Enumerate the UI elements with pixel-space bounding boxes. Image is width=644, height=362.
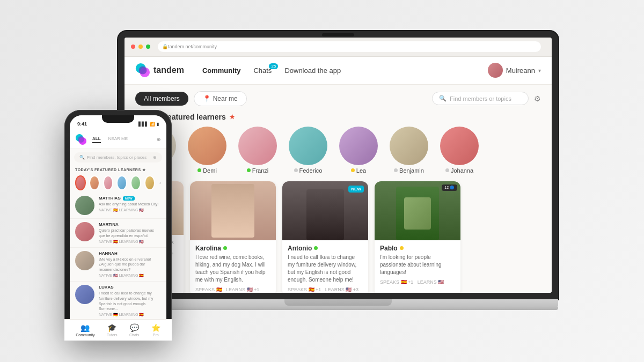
featured-person-federico[interactable]: Federico [287,127,330,174]
list-item[interactable]: HANNAH ¡Me voy a México en el verano! ¿A… [70,248,166,282]
featured-person-demi[interactable]: Demi [186,127,229,174]
karolina-body: Karolina I love red wine, comic books, h… [190,240,276,293]
pro-icon: ⭐ [151,323,160,332]
phone-featured-label-text: TODAY'S FEATURED LEARNERS ★ [75,168,146,172]
pablo-status [400,246,404,250]
list-item[interactable]: MARTINA Quiero practicar palabras nuevas… [70,219,166,248]
phone-notch [102,115,134,123]
phone-outer: 9:41 ▋▋▋ 📶 ▮ [64,110,172,341]
matthias-avatar [75,196,94,215]
list-item[interactable]: MATTHIAS NEW Ask me anything about Mexic… [70,193,166,219]
browser-url-bar[interactable]: 🔒 tandem.net/community [158,41,541,52]
laptop-foot [118,307,558,310]
lock-icon: 🔒 [162,44,168,49]
featured-person-johanna[interactable]: Johanna [438,127,481,174]
phone-nav-community[interactable]: 👥 Community [76,323,94,335]
phone-status-icons: ▋▋▋ 📶 ▮ [138,122,159,127]
pablo-flags: SPEAKS 🇪🇸 +1 LEARNS 🇺🇸 [380,279,455,285]
federico-status-dot [294,168,298,172]
martina-name: MARTINA [99,222,161,227]
phone-avatar-5[interactable] [130,175,141,190]
filter-icon: ⊕ [153,155,157,160]
member-card-karolina[interactable]: Karolina I love red wine, comic books, h… [190,181,276,293]
phone-featured-label: TODAY'S FEATURED LEARNERS ★ [70,166,166,173]
tandem-logo[interactable]: tandem [135,63,184,78]
karolina-image-wrap [190,181,276,240]
phone-nav-pro[interactable]: ⭐ Pro [151,323,160,335]
pablo-name: Pablo [380,245,455,252]
phone-avatar-2[interactable] [89,175,100,190]
search-placeholder: Find members or topics [450,95,511,102]
svg-point-2 [78,136,84,143]
laptop-device: 🔒 tandem.net/community [118,31,558,331]
phone-list: MATTHIAS NEW Ask me anything about Mexic… [70,193,166,321]
pablo-image-wrap: 12 🔵 [375,181,460,240]
chats-badge: 25 [269,63,278,69]
hannah-avatar [75,251,94,270]
search-icon: 🔍 [439,95,447,102]
list-item[interactable]: LUKAS I need to call Ikea to change my f… [70,282,166,321]
featured-avatar-franzi [238,127,277,165]
nav-community[interactable]: Community [202,67,241,75]
phone-avatar-6[interactable] [144,175,155,190]
phone-tab-near-me[interactable]: NEAR ME [108,136,128,143]
featured-person-benjamin[interactable]: Benjamin [387,127,430,174]
phone-time: 9:41 [77,121,87,127]
antonio-image-wrap: NEW [282,181,368,240]
lukas-bio: I need to call Ikea to change my furnitu… [99,291,161,312]
johanna-status-dot [445,168,449,172]
phone-header: ALL NEAR ME ⊕ [70,130,166,149]
search-box[interactable]: 🔍 Find members or topics [432,92,529,105]
phone-avatar-4[interactable] [116,175,127,190]
martina-flags: NATIVE 🇪🇸 LEARNING 🇺🇸 [99,240,161,244]
hannah-bio: ¡Me voy a México en el verano! ¿Alguien … [99,257,161,272]
browser-minimize-dot[interactable] [138,45,143,49]
phone-screen: 9:41 ▋▋▋ 📶 ▮ [70,115,166,335]
phone-tab-all[interactable]: ALL [92,136,101,143]
near-me-button[interactable]: 📍 Near me [194,91,247,106]
chats-icon: 💬 [130,323,139,332]
phone-avatar-3[interactable] [103,175,114,190]
featured-avatar-federico [289,127,327,165]
featured-name-johanna: Johanna [445,167,473,174]
nav-chats[interactable]: Chats 25 [253,67,272,75]
wifi-icon: 📶 [150,122,155,127]
gear-icon[interactable]: ⚙ [534,94,541,103]
member-card-antonio[interactable]: NEW Antonio I need to call Ikea to chang… [282,181,368,293]
member-card-pablo[interactable]: 12 🔵 Pablo I'm looking for p [375,181,460,293]
featured-avatar-benjamin [390,127,428,165]
antonio-name: Antonio [288,245,363,252]
featured-person-franzi[interactable]: Franzi [236,127,279,174]
lea-status-dot [351,168,355,172]
antonio-body: Antonio I need to call Ikea to change my… [282,240,368,293]
martina-avatar [75,222,94,241]
hannah-content: HANNAH ¡Me voy a México en el verano! ¿A… [99,251,161,278]
phone-nav-tutors[interactable]: 🎓 Tutors [107,323,118,335]
browser-maximize-dot[interactable] [146,45,150,49]
user-name: Muireann [506,67,535,75]
antonio-flags: SPEAKS 🇪🇸 +1 LEARNS 🇺🇸 +3 [288,287,363,292]
all-members-button[interactable]: All members [135,92,188,106]
user-avatar [488,63,503,78]
nav-download[interactable]: Download the app [284,67,341,75]
featured-person-lea[interactable]: Lea [337,127,380,174]
more-indicator: › [159,180,161,186]
laptop-screen-outer: 🔒 tandem.net/community [118,31,558,299]
browser-close-dot[interactable] [131,45,135,49]
matthias-content: MATTHIAS NEW Ask me anything about Mexic… [99,196,161,212]
antonio-status [314,246,318,250]
laptop-base [118,299,558,307]
featured-row: Demi Franzi [135,127,541,174]
hannah-flags: NATIVE 🇺🇸 LEARNING 🇪🇸 [99,274,161,278]
phone-tabs: ALL NEAR ME [92,136,128,143]
nav-user[interactable]: Muireann ▾ [488,63,541,78]
martina-bio: Quiero practicar palabras nuevas que he … [99,228,161,239]
phone-search[interactable]: 🔍 Find members, topics or places ⊕ [74,152,162,162]
location-icon: 📍 [203,95,211,102]
pablo-bio: I'm looking for people passionate about … [380,254,455,276]
featured-avatar-lea [339,127,378,165]
phone-nav-chats[interactable]: 💬 Chats [129,323,139,335]
brand-name: tandem [153,65,184,75]
signal-icon: ▋▋▋ [138,122,148,127]
phone-featured-avatars: › [70,173,166,193]
